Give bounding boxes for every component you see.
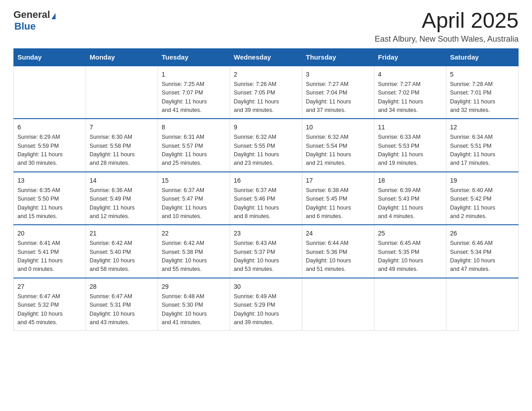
title-area: April 2025 East Albury, New South Wales,… [375, 9, 519, 44]
day-number: 27 [17, 282, 82, 291]
day-info: Sunrise: 6:40 AM Sunset: 5:42 PM Dayligh… [450, 187, 495, 219]
calendar-day-cell: 26Sunrise: 6:46 AM Sunset: 5:34 PM Dayli… [446, 225, 519, 278]
day-number: 28 [90, 282, 154, 291]
calendar-day-cell: 6Sunrise: 6:29 AM Sunset: 5:59 PM Daylig… [14, 119, 86, 172]
day-info: Sunrise: 6:29 AM Sunset: 5:59 PM Dayligh… [17, 134, 63, 166]
day-number: 30 [234, 282, 298, 291]
day-info: Sunrise: 6:42 AM Sunset: 5:40 PM Dayligh… [90, 240, 135, 272]
day-number: 11 [378, 123, 442, 132]
calendar-day-cell: 9Sunrise: 6:32 AM Sunset: 5:55 PM Daylig… [230, 119, 302, 172]
day-info: Sunrise: 6:37 AM Sunset: 5:46 PM Dayligh… [234, 187, 279, 219]
day-number: 17 [306, 176, 370, 185]
day-of-week-header: Wednesday [230, 48, 302, 66]
day-number: 5 [450, 70, 515, 79]
day-info: Sunrise: 6:46 AM Sunset: 5:34 PM Dayligh… [450, 240, 495, 272]
day-number: 8 [162, 123, 226, 132]
day-of-week-header: Sunday [14, 48, 86, 66]
calendar-day-cell: 22Sunrise: 6:42 AM Sunset: 5:38 PM Dayli… [158, 225, 230, 278]
calendar-day-cell: 16Sunrise: 6:37 AM Sunset: 5:46 PM Dayli… [230, 172, 302, 225]
calendar-day-cell: 28Sunrise: 6:47 AM Sunset: 5:31 PM Dayli… [86, 278, 158, 331]
day-number: 22 [162, 229, 226, 238]
calendar-day-cell: 7Sunrise: 6:30 AM Sunset: 5:58 PM Daylig… [86, 119, 158, 172]
calendar-day-cell [14, 66, 86, 119]
calendar-table: SundayMondayTuesdayWednesdayThursdayFrid… [13, 48, 519, 331]
calendar-day-cell: 29Sunrise: 6:48 AM Sunset: 5:30 PM Dayli… [158, 278, 230, 331]
calendar-day-cell: 24Sunrise: 6:44 AM Sunset: 5:36 PM Dayli… [302, 225, 374, 278]
day-info: Sunrise: 6:45 AM Sunset: 5:35 PM Dayligh… [378, 240, 423, 272]
calendar-day-cell: 23Sunrise: 6:43 AM Sunset: 5:37 PM Dayli… [230, 225, 302, 278]
day-number: 7 [90, 123, 154, 132]
day-number: 13 [17, 176, 82, 185]
day-number: 9 [234, 123, 298, 132]
day-info: Sunrise: 7:25 AM Sunset: 7:07 PM Dayligh… [162, 81, 207, 113]
day-number: 16 [234, 176, 298, 185]
calendar-day-cell: 17Sunrise: 6:38 AM Sunset: 5:45 PM Dayli… [302, 172, 374, 225]
location-subtitle: East Albury, New South Wales, Australia [375, 34, 519, 44]
calendar-day-cell: 14Sunrise: 6:36 AM Sunset: 5:49 PM Dayli… [86, 172, 158, 225]
calendar-day-cell: 11Sunrise: 6:33 AM Sunset: 5:53 PM Dayli… [374, 119, 446, 172]
logo-blue-text: Blue [14, 21, 36, 32]
day-number: 23 [234, 229, 298, 238]
day-info: Sunrise: 7:26 AM Sunset: 7:05 PM Dayligh… [234, 81, 279, 113]
day-info: Sunrise: 7:28 AM Sunset: 7:01 PM Dayligh… [450, 81, 495, 113]
calendar-day-cell: 12Sunrise: 6:34 AM Sunset: 5:51 PM Dayli… [446, 119, 519, 172]
day-info: Sunrise: 6:49 AM Sunset: 5:29 PM Dayligh… [234, 293, 279, 325]
day-of-week-header: Tuesday [158, 48, 230, 66]
calendar-week-row: 1Sunrise: 7:25 AM Sunset: 7:07 PM Daylig… [14, 66, 519, 119]
calendar-day-cell: 5Sunrise: 7:28 AM Sunset: 7:01 PM Daylig… [446, 66, 519, 119]
day-of-week-header: Saturday [446, 48, 519, 66]
calendar-day-cell: 10Sunrise: 6:32 AM Sunset: 5:54 PM Dayli… [302, 119, 374, 172]
calendar-day-cell: 2Sunrise: 7:26 AM Sunset: 7:05 PM Daylig… [230, 66, 302, 119]
calendar-day-cell: 4Sunrise: 7:27 AM Sunset: 7:02 PM Daylig… [374, 66, 446, 119]
day-info: Sunrise: 6:31 AM Sunset: 5:57 PM Dayligh… [162, 134, 207, 166]
calendar-day-cell: 3Sunrise: 7:27 AM Sunset: 7:04 PM Daylig… [302, 66, 374, 119]
day-info: Sunrise: 7:27 AM Sunset: 7:02 PM Dayligh… [378, 81, 423, 113]
logo-arrow-icon [51, 13, 56, 19]
day-number: 6 [17, 123, 82, 132]
day-number: 10 [306, 123, 370, 132]
calendar-day-cell: 8Sunrise: 6:31 AM Sunset: 5:57 PM Daylig… [158, 119, 230, 172]
day-number: 4 [378, 70, 442, 79]
day-info: Sunrise: 6:39 AM Sunset: 5:43 PM Dayligh… [378, 187, 423, 219]
day-info: Sunrise: 6:48 AM Sunset: 5:30 PM Dayligh… [162, 293, 207, 325]
day-info: Sunrise: 6:32 AM Sunset: 5:54 PM Dayligh… [306, 134, 351, 166]
day-number: 3 [306, 70, 370, 79]
logo-general-text: General [13, 9, 50, 21]
day-info: Sunrise: 6:35 AM Sunset: 5:50 PM Dayligh… [17, 187, 63, 219]
day-of-week-header: Thursday [302, 48, 374, 66]
day-info: Sunrise: 6:36 AM Sunset: 5:49 PM Dayligh… [90, 187, 135, 219]
calendar-week-row: 20Sunrise: 6:41 AM Sunset: 5:41 PM Dayli… [14, 225, 519, 278]
day-info: Sunrise: 6:42 AM Sunset: 5:38 PM Dayligh… [162, 240, 207, 272]
calendar-day-cell: 25Sunrise: 6:45 AM Sunset: 5:35 PM Dayli… [374, 225, 446, 278]
day-number: 19 [450, 176, 515, 185]
calendar-week-row: 13Sunrise: 6:35 AM Sunset: 5:50 PM Dayli… [14, 172, 519, 225]
calendar-day-cell: 13Sunrise: 6:35 AM Sunset: 5:50 PM Dayli… [14, 172, 86, 225]
day-info: Sunrise: 6:32 AM Sunset: 5:55 PM Dayligh… [234, 134, 279, 166]
calendar-day-cell [302, 278, 374, 331]
calendar-day-cell: 20Sunrise: 6:41 AM Sunset: 5:41 PM Dayli… [14, 225, 86, 278]
day-number: 18 [378, 176, 442, 185]
day-number: 25 [378, 229, 442, 238]
day-info: Sunrise: 6:33 AM Sunset: 5:53 PM Dayligh… [378, 134, 423, 166]
day-number: 21 [90, 229, 154, 238]
month-title: April 2025 [375, 9, 519, 33]
day-info: Sunrise: 6:38 AM Sunset: 5:45 PM Dayligh… [306, 187, 351, 219]
day-info: Sunrise: 6:47 AM Sunset: 5:31 PM Dayligh… [90, 293, 135, 325]
calendar-day-cell: 15Sunrise: 6:37 AM Sunset: 5:47 PM Dayli… [158, 172, 230, 225]
logo: General Blue [13, 9, 56, 32]
day-of-week-header: Friday [374, 48, 446, 66]
day-number: 20 [17, 229, 82, 238]
calendar-header-row: SundayMondayTuesdayWednesdayThursdayFrid… [14, 48, 519, 66]
calendar-day-cell: 21Sunrise: 6:42 AM Sunset: 5:40 PM Dayli… [86, 225, 158, 278]
calendar-day-cell: 30Sunrise: 6:49 AM Sunset: 5:29 PM Dayli… [230, 278, 302, 331]
day-number: 12 [450, 123, 515, 132]
day-number: 14 [90, 176, 154, 185]
calendar-day-cell: 18Sunrise: 6:39 AM Sunset: 5:43 PM Dayli… [374, 172, 446, 225]
calendar-day-cell: 19Sunrise: 6:40 AM Sunset: 5:42 PM Dayli… [446, 172, 519, 225]
header: General Blue April 2025 East Albury, New… [13, 9, 519, 44]
calendar-day-cell [446, 278, 519, 331]
day-number: 24 [306, 229, 370, 238]
day-info: Sunrise: 6:43 AM Sunset: 5:37 PM Dayligh… [234, 240, 279, 272]
calendar-day-cell: 27Sunrise: 6:47 AM Sunset: 5:32 PM Dayli… [14, 278, 86, 331]
day-info: Sunrise: 6:44 AM Sunset: 5:36 PM Dayligh… [306, 240, 351, 272]
